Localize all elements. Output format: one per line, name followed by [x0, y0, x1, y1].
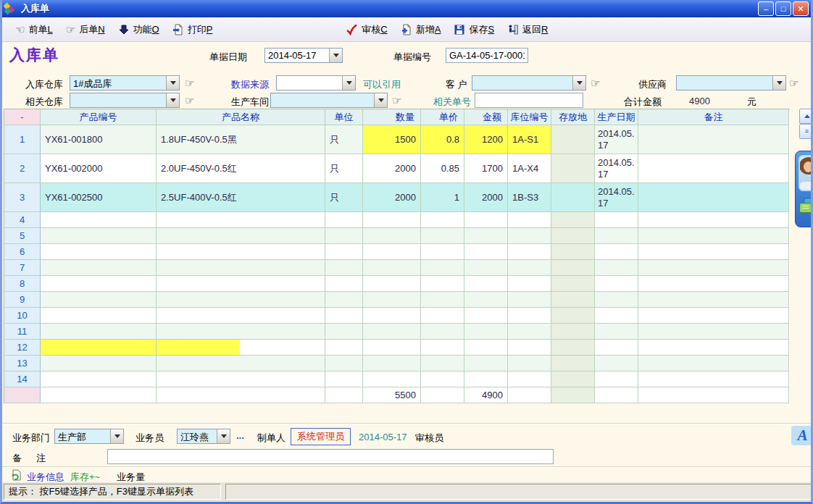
cell-prod-date[interactable]: [595, 260, 638, 276]
cell-note[interactable]: [638, 324, 789, 340]
cell-product-name[interactable]: [157, 324, 325, 340]
cell-bin[interactable]: [508, 371, 551, 387]
cell-bin[interactable]: [508, 212, 551, 228]
cell-note[interactable]: [638, 183, 789, 212]
workshop-dropdown[interactable]: [270, 93, 388, 108]
cell-prod-date[interactable]: [595, 340, 638, 356]
cell-prod-date[interactable]: [595, 228, 638, 244]
related-doc-input[interactable]: [475, 93, 583, 108]
cell-price[interactable]: 0.85: [421, 154, 464, 183]
cell-qty[interactable]: [363, 324, 421, 340]
cell-location[interactable]: [551, 244, 595, 260]
in-warehouse-dropdown[interactable]: 1#成品库: [70, 75, 180, 91]
cell-product-code[interactable]: [41, 371, 157, 387]
cell-qty[interactable]: [363, 212, 421, 228]
cell-price[interactable]: [421, 356, 464, 371]
audit-button[interactable]: 审核C: [346, 23, 387, 36]
cell-amount[interactable]: [464, 371, 508, 387]
cell-qty[interactable]: [363, 371, 421, 387]
chevron-down-icon[interactable]: [166, 76, 179, 90]
cell-amount[interactable]: 1200: [464, 125, 508, 154]
close-button[interactable]: ✕: [793, 1, 809, 16]
cell-prod-date[interactable]: [595, 244, 638, 260]
cell-product-name[interactable]: 1.8UF-450V-0.5黑: [157, 125, 325, 154]
cell-amount[interactable]: [464, 356, 508, 371]
cell-location[interactable]: [551, 308, 595, 324]
cell-qty[interactable]: [363, 356, 421, 371]
save-button[interactable]: 保存S: [454, 23, 494, 36]
cell-amount[interactable]: [464, 324, 508, 340]
cell-location[interactable]: [551, 276, 595, 292]
lookup-hand-icon[interactable]: ☞: [392, 95, 401, 106]
cell-product-name[interactable]: [157, 228, 325, 244]
cell-price[interactable]: [421, 371, 464, 387]
cell-prod-date[interactable]: [595, 212, 638, 228]
lookup-hand-icon[interactable]: ☞: [185, 95, 194, 106]
cell-product-code[interactable]: [41, 308, 157, 324]
row-number[interactable]: 12: [4, 340, 41, 356]
cell-bin[interactable]: [508, 308, 551, 324]
row-number[interactable]: 2: [4, 154, 41, 183]
cell-unit[interactable]: [325, 308, 363, 324]
data-source-dropdown[interactable]: [276, 75, 356, 91]
cell-bin[interactable]: [508, 324, 551, 340]
cell-location[interactable]: [551, 183, 595, 212]
prev-doc-button[interactable]: ☜ 前单L: [15, 23, 53, 36]
row-number[interactable]: 7: [4, 260, 41, 276]
doc-no-input[interactable]: [446, 48, 528, 63]
cell-amount[interactable]: [464, 212, 508, 228]
row-number[interactable]: 13: [4, 356, 41, 371]
cell-prod-date[interactable]: 2014.05.17: [595, 183, 638, 212]
cell-note[interactable]: [638, 244, 789, 260]
cell-amount[interactable]: 1700: [464, 154, 508, 183]
cell-product-name[interactable]: [157, 340, 325, 356]
cell-prod-date[interactable]: [595, 324, 638, 340]
cell-product-name[interactable]: 2.5UF-400V-0.5红: [157, 183, 325, 212]
cell-amount[interactable]: [464, 244, 508, 260]
cell-bin[interactable]: 1B-S3: [508, 183, 551, 212]
customer-dropdown[interactable]: [472, 75, 586, 91]
cell-note[interactable]: [638, 308, 789, 324]
cell-note[interactable]: [638, 340, 789, 356]
cell-bin[interactable]: [508, 228, 551, 244]
dept-dropdown[interactable]: 生产部: [54, 429, 124, 444]
cell-prod-date[interactable]: 2014.05.17: [595, 125, 638, 154]
cell-qty[interactable]: [363, 308, 421, 324]
cell-price[interactable]: [421, 228, 464, 244]
row-number[interactable]: 11: [4, 324, 41, 340]
lookup-hand-icon[interactable]: ☞: [591, 77, 600, 88]
cell-bin[interactable]: [508, 292, 551, 308]
cell-unit[interactable]: [325, 228, 363, 244]
cell-amount[interactable]: [464, 292, 508, 308]
avatar[interactable]: [799, 155, 813, 191]
cell-price[interactable]: [421, 340, 464, 356]
cell-prod-date[interactable]: [595, 356, 638, 371]
cell-note[interactable]: [638, 356, 789, 371]
chevron-down-icon[interactable]: [217, 429, 230, 443]
cell-prod-date[interactable]: 2014.05.17: [595, 154, 638, 183]
cell-location[interactable]: [551, 356, 595, 371]
cell-price[interactable]: [421, 260, 464, 276]
cell-qty[interactable]: 2000: [363, 154, 421, 183]
chat-bubbles-icon[interactable]: [799, 196, 813, 215]
cell-note[interactable]: [638, 276, 789, 292]
print-button[interactable]: 打印P: [172, 23, 213, 36]
cell-note[interactable]: [638, 212, 789, 228]
supplier-dropdown[interactable]: [676, 75, 786, 91]
cell-prod-date[interactable]: [595, 276, 638, 292]
cell-product-code[interactable]: [41, 324, 157, 340]
cell-qty[interactable]: 1500: [363, 125, 421, 154]
cell-bin[interactable]: [508, 276, 551, 292]
cell-price[interactable]: 0.8: [421, 125, 464, 154]
cell-qty[interactable]: [363, 260, 421, 276]
cell-price[interactable]: [421, 308, 464, 324]
cell-location[interactable]: [551, 212, 595, 228]
cell-location[interactable]: [551, 154, 595, 183]
cell-unit[interactable]: [325, 371, 363, 387]
row-number[interactable]: 5: [4, 228, 41, 244]
minimize-button[interactable]: –: [758, 1, 774, 16]
cell-unit[interactable]: [325, 212, 363, 228]
chevron-down-icon[interactable]: [110, 429, 123, 443]
cell-price[interactable]: [421, 212, 464, 228]
cell-bin[interactable]: [508, 244, 551, 260]
